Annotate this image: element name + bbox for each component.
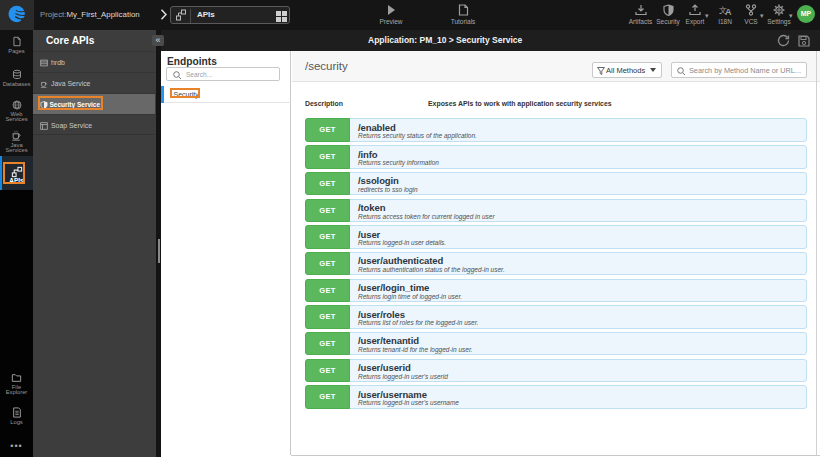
svg-text:A: A [725,7,732,16]
